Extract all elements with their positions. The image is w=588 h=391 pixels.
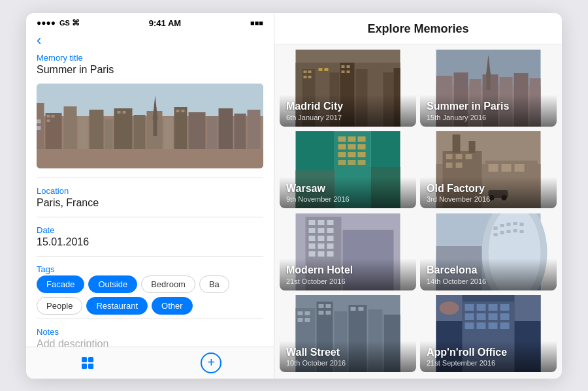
location-divider	[37, 178, 263, 178]
tag-other[interactable]: Other	[152, 297, 193, 315]
svg-rect-126	[494, 233, 498, 236]
battery-icon: ■■■	[250, 19, 263, 27]
svg-rect-72	[348, 144, 356, 149]
memory-card-hotel[interactable]: Modern Hotel 21st October 2016	[280, 213, 416, 290]
status-left: ●●●● GS ⌘	[37, 18, 80, 27]
svg-rect-141	[298, 318, 303, 322]
svg-rect-123	[507, 223, 511, 226]
svg-rect-49	[347, 65, 350, 68]
memory-card-title: Wall Street	[286, 346, 410, 358]
explore-title: Explore Memories	[285, 22, 551, 36]
svg-rect-92	[456, 163, 463, 168]
bottom-tab-bar: +	[26, 347, 274, 379]
memory-card-barcelona[interactable]: Barcelona 14th October 2016	[420, 213, 557, 290]
tag-bedroom[interactable]: Bedroom	[141, 275, 195, 293]
svg-rect-144	[326, 304, 331, 308]
memory-card-paris[interactable]: Summer in Paris 15th January 2016	[420, 50, 557, 127]
memory-title-value: Summer in Paris	[37, 64, 263, 76]
svg-rect-19	[248, 110, 261, 149]
svg-rect-105	[309, 228, 316, 233]
svg-rect-93	[489, 164, 498, 172]
status-bar: ●●●● GS ⌘ 9:41 AM ■■■	[26, 13, 274, 31]
memory-card-date: 21st October 2016	[286, 277, 410, 285]
add-memory-button[interactable]: +	[201, 352, 221, 373]
svg-rect-44	[304, 70, 307, 73]
svg-rect-155	[500, 304, 510, 311]
svg-rect-106	[318, 228, 325, 233]
svg-rect-46	[308, 70, 312, 73]
location-label: Location	[37, 186, 263, 196]
svg-rect-71	[338, 144, 346, 149]
tag-people[interactable]: People	[37, 297, 82, 315]
tag-restaurant[interactable]: Restaurant	[86, 297, 148, 315]
svg-rect-10	[114, 108, 133, 149]
svg-rect-51	[347, 70, 350, 73]
grid-tab-icon[interactable]	[78, 354, 97, 372]
svg-rect-9	[105, 119, 113, 149]
svg-rect-70	[358, 136, 366, 142]
memory-card-title: Madrid City	[286, 100, 410, 112]
memory-card-overlay: App'n'roll Office 21st September 2016	[420, 341, 557, 372]
memory-card-title: Summer in Paris	[427, 100, 550, 112]
svg-rect-26	[118, 111, 121, 114]
memory-card-wallstreet[interactable]: Wall Street 10th October 2016	[280, 295, 416, 372]
svg-rect-30	[82, 357, 87, 362]
svg-rect-17	[219, 108, 233, 149]
svg-rect-4	[37, 126, 41, 130]
svg-rect-125	[520, 223, 524, 226]
svg-rect-162	[489, 322, 498, 329]
status-time: 9:41 AM	[80, 18, 250, 28]
svg-rect-158	[489, 313, 498, 320]
svg-rect-94	[502, 164, 512, 172]
svg-rect-27	[123, 111, 126, 114]
svg-rect-152	[465, 304, 474, 311]
svg-rect-111	[309, 243, 316, 249]
back-button[interactable]: ‹	[26, 31, 274, 53]
svg-rect-33	[88, 364, 93, 369]
tag-ba[interactable]: Ba	[199, 275, 229, 293]
back-chevron-icon[interactable]: ‹	[37, 32, 41, 48]
memory-card-warsaw[interactable]: Warsaw 9th November 2016	[280, 131, 416, 208]
memory-card-date: 9th November 2016	[286, 195, 410, 203]
svg-rect-89	[456, 154, 463, 159]
tags-divider	[37, 256, 263, 257]
svg-rect-147	[351, 307, 356, 311]
svg-rect-45	[304, 76, 307, 78]
memory-card-madrid[interactable]: Madrid City 6th January 2017	[280, 50, 416, 127]
notes-value: Add description	[37, 338, 263, 347]
svg-rect-161	[477, 322, 486, 329]
memory-card-appnroll[interactable]: App'n'roll Office 21st September 2016	[420, 295, 557, 372]
tags-label: Tags	[37, 264, 263, 274]
memory-card-title: Modern Hotel	[286, 264, 410, 276]
svg-rect-95	[515, 164, 525, 172]
svg-rect-52	[319, 68, 323, 71]
svg-rect-165	[515, 295, 541, 321]
tag-facade[interactable]: Facade	[37, 275, 84, 293]
svg-rect-68	[338, 136, 346, 142]
svg-point-166	[440, 302, 459, 315]
svg-rect-143	[319, 304, 324, 308]
svg-rect-109	[318, 236, 325, 241]
svg-rect-6	[64, 106, 77, 149]
svg-rect-112	[318, 243, 325, 249]
svg-rect-142	[305, 318, 310, 322]
plus-icon: +	[207, 355, 215, 370]
memory-card-date: 10th October 2016	[286, 359, 410, 367]
date-divider	[37, 217, 263, 217]
svg-rect-79	[358, 160, 366, 165]
memory-card-overlay: Modern Hotel 21st October 2016	[280, 258, 416, 290]
svg-rect-139	[298, 311, 303, 315]
svg-rect-13	[164, 117, 173, 149]
memory-card-factory[interactable]: Old Factory 3rd November 2016	[420, 131, 557, 208]
tags-row-2: PeopleRestaurantOther	[37, 297, 263, 315]
svg-rect-159	[500, 313, 510, 320]
tag-outside[interactable]: Outside	[88, 275, 137, 293]
svg-rect-156	[465, 313, 474, 320]
svg-rect-140	[305, 311, 310, 315]
svg-rect-90	[466, 154, 472, 159]
svg-rect-121	[494, 227, 498, 230]
svg-rect-24	[52, 115, 55, 117]
memory-card-overlay: Old Factory 3rd November 2016	[420, 177, 557, 208]
svg-rect-154	[489, 304, 498, 311]
svg-rect-127	[500, 231, 504, 234]
